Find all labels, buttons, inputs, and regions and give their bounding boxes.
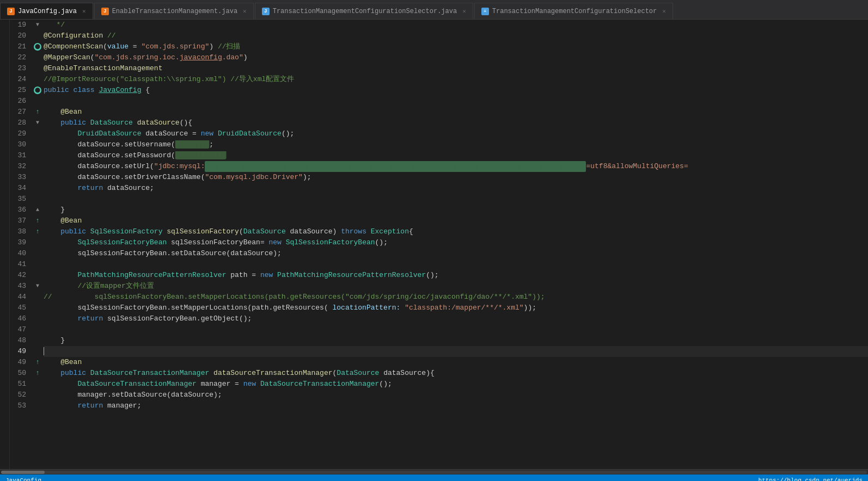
line-gutter: [32, 52, 44, 63]
table-row: 19 ▼ */: [10, 20, 868, 30]
table-row: 34 return dataSource;: [10, 183, 868, 194]
table-row: 36 ▲ }: [10, 205, 868, 215]
line-number: 27: [10, 107, 32, 118]
tab-javaconfig[interactable]: J JavaConfig.java ✕: [0, 3, 93, 19]
table-row: 21 ⬤ @ComponentScan(value = "com.jds.spr…: [10, 41, 868, 52]
line-number: 45: [10, 303, 32, 313]
table-row: 32 dataSource.setUrl("jdbc:mysql:███████…: [10, 161, 868, 172]
code-line-45: sqlSessionFactoryBean.setMapperLocations…: [44, 303, 868, 313]
line-gutter: [32, 30, 44, 41]
line-number: 46: [10, 313, 32, 324]
scrollbar-thumb[interactable]: [1, 471, 45, 474]
tab-close-javaconfig[interactable]: ✕: [82, 8, 86, 15]
editor-container: 19 ▼ */ 20 @Configuration // 21 ⬤ @Compo…: [0, 20, 868, 469]
table-row: 52 manager.setDataSource(dataSource);: [10, 390, 868, 400]
line-gutter: [32, 400, 44, 411]
line-gutter: [32, 74, 44, 85]
code-editor[interactable]: 19 ▼ */ 20 @Configuration // 21 ⬤ @Compo…: [10, 20, 868, 469]
code-line-19: */: [44, 20, 868, 30]
code-line-41: [44, 259, 868, 270]
line-gutter: [32, 194, 44, 205]
scrollbar-track[interactable]: [1, 471, 867, 474]
bean-gutter-21[interactable]: ⬤: [32, 41, 44, 52]
table-row: 43 ▼ //设置mapper文件位置: [10, 281, 868, 292]
line-number: 32: [10, 161, 32, 172]
line-number: 40: [10, 248, 32, 259]
code-line-34: return dataSource;: [44, 183, 868, 194]
table-row: 40 sqlSessionFactoryBean.setDataSource(d…: [10, 248, 868, 259]
tab-close-txselector2[interactable]: ✕: [662, 8, 666, 15]
line-gutter: [32, 128, 44, 139]
tab-label-2: EnableTransactionManagement.java: [112, 8, 237, 15]
line-gutter: [32, 324, 44, 335]
line-number: 20: [10, 30, 32, 41]
left-sidebar: [0, 20, 10, 469]
line-number: 28: [10, 118, 32, 128]
line-number: 26: [10, 96, 32, 107]
bean-gutter-49[interactable]: ↑: [32, 357, 44, 368]
bean-gutter-25[interactable]: ⬤: [32, 85, 44, 96]
code-line-47: [44, 324, 868, 335]
table-row: 41: [10, 259, 868, 270]
java-icon: J: [7, 8, 15, 15]
fold-gutter-36[interactable]: ▲: [32, 205, 44, 215]
table-row: 24 //@ImportResource("classpath:\\spring…: [10, 74, 868, 85]
line-number: 53: [10, 400, 32, 411]
line-gutter: [32, 313, 44, 324]
code-line-39: SqlSessionFactoryBean sqlSessionFactoryB…: [44, 237, 868, 248]
table-row: 46 return sqlSessionFactoryBean.getObjec…: [10, 313, 868, 324]
code-line-27: @Bean: [44, 107, 868, 118]
code-line-37: @Bean: [44, 215, 868, 226]
bean-fold-gutter-50[interactable]: ↑: [32, 368, 44, 379]
table-row: 31 dataSource.setPassword(████████████: [10, 150, 868, 161]
code-line-46: return sqlSessionFactoryBean.getObject()…: [44, 313, 868, 324]
table-row: 33 dataSource.setDriverClassName("com.my…: [10, 172, 868, 183]
status-left: JavaConfig: [5, 477, 41, 481]
tab-bar: J JavaConfig.java ✕ J EnableTransactionM…: [0, 0, 868, 20]
code-line-23: @EnableTransactionManagement: [44, 63, 868, 74]
table-row: 26: [10, 96, 868, 107]
line-number: 47: [10, 324, 32, 335]
line-gutter: [32, 346, 44, 357]
table-row: 49: [10, 346, 868, 357]
code-line-22: @MapperScan("com.jds.spring.ioc.javaconf…: [44, 52, 868, 63]
bean-gutter-37[interactable]: ↑: [32, 215, 44, 226]
code-line-50: public DataSourceTransactionManager data…: [44, 368, 868, 379]
tab-txselector[interactable]: ≡ TransactionManagementConfigurationSele…: [474, 3, 673, 19]
status-bar: JavaConfig https://blog.csdn.net/auerjds: [0, 474, 868, 481]
blog-url[interactable]: https://blog.csdn.net/auerjds: [759, 477, 863, 481]
fold-gutter[interactable]: ▼: [32, 20, 44, 30]
tab-close-txselector[interactable]: ✕: [462, 8, 466, 15]
line-number: 42: [10, 270, 32, 281]
line-gutter: [32, 390, 44, 400]
line-number: 48: [10, 335, 32, 346]
line-gutter: [32, 172, 44, 183]
line-gutter: [32, 237, 44, 248]
line-number: 25: [10, 85, 32, 96]
bean-gutter-27[interactable]: ↑: [32, 107, 44, 118]
fold-gutter-28[interactable]: ▼: [32, 118, 44, 128]
line-gutter: [32, 139, 44, 150]
line-number: 38: [10, 226, 32, 237]
line-gutter: [32, 335, 44, 346]
line-number: 21: [10, 41, 32, 52]
horizontal-scrollbar[interactable]: [0, 469, 868, 474]
table-row: 47: [10, 324, 868, 335]
tab-txselector-java[interactable]: J TransactionManagementConfigurationSele…: [255, 3, 473, 19]
tab-close-enabletx[interactable]: ✕: [243, 8, 247, 15]
java-icon-2: J: [101, 8, 109, 15]
line-number: 37: [10, 215, 32, 226]
interface-icon: ≡: [481, 8, 489, 15]
status-right: https://blog.csdn.net/auerjds: [759, 477, 863, 481]
tab-enabletx[interactable]: J EnableTransactionManagement.java ✕: [94, 3, 254, 19]
code-line-31: dataSource.setPassword(████████████: [44, 150, 868, 161]
table-row: 42 PathMatchingResourcePatternResolver p…: [10, 270, 868, 281]
table-row: 38 ↑ public SqlSessionFactory sqlSession…: [10, 226, 868, 237]
bean-fold-gutter-38[interactable]: ↑: [32, 226, 44, 237]
code-line-33: dataSource.setDriverClassName("com.mysql…: [44, 172, 868, 183]
table-row: 50 ↑ public DataSourceTransactionManager…: [10, 368, 868, 379]
code-line-28: public DataSource dataSource(){: [44, 118, 868, 128]
fold-gutter-43[interactable]: ▼: [32, 281, 44, 292]
line-number: 29: [10, 128, 32, 139]
line-number: 52: [10, 390, 32, 400]
